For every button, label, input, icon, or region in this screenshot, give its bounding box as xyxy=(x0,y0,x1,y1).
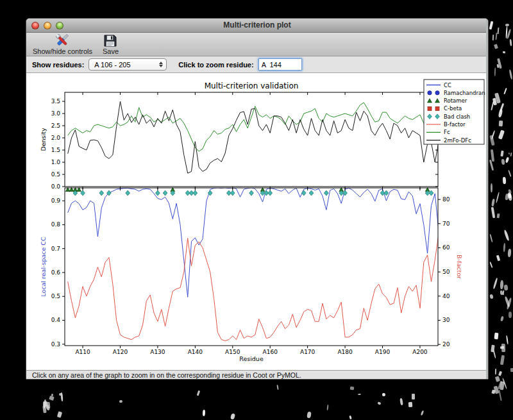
toolbar: Show/hide controls Save xyxy=(26,33,488,56)
svg-text:0.5: 0.5 xyxy=(51,293,60,299)
scan-artifact xyxy=(496,255,500,261)
scan-artifact xyxy=(49,396,55,401)
svg-text:A120: A120 xyxy=(113,349,128,355)
zoom-residue-input[interactable] xyxy=(258,58,302,71)
scan-artifact xyxy=(497,58,501,69)
scan-artifact xyxy=(496,33,498,40)
scan-artifact xyxy=(307,412,312,419)
minimize-button[interactable] xyxy=(44,22,51,29)
scan-artifact xyxy=(507,249,511,257)
svg-text:Bad clash: Bad clash xyxy=(444,113,470,120)
multi-criterion-figure[interactable]: A110A120A130A140A150A160A170A180A190A200… xyxy=(26,73,489,370)
svg-text:0.3: 0.3 xyxy=(51,341,60,348)
scan-artifact xyxy=(44,399,47,408)
svg-text:60: 60 xyxy=(442,244,450,251)
scan-artifact xyxy=(500,290,503,296)
plot-area: A110A120A130A140A150A160A170A180A190A200… xyxy=(26,73,488,370)
svg-text:2.5: 2.5 xyxy=(51,122,60,129)
scan-artifact xyxy=(510,153,512,156)
scan-artifact xyxy=(500,382,505,391)
svg-text:CC: CC xyxy=(444,82,451,88)
scan-artifact xyxy=(491,149,494,162)
scan-artifact xyxy=(489,135,494,146)
scan-artifact xyxy=(119,400,122,403)
svg-text:A130: A130 xyxy=(150,349,165,355)
scan-artifact xyxy=(505,193,509,199)
svg-text:0.5: 0.5 xyxy=(51,171,60,178)
scan-artifact xyxy=(408,402,412,408)
save-button[interactable]: Save xyxy=(103,33,119,55)
scan-artifact xyxy=(46,402,51,408)
scan-artifact xyxy=(399,398,403,405)
scan-artifact xyxy=(490,234,493,242)
svg-text:B-factor: B-factor xyxy=(456,255,463,279)
svg-text:0.7: 0.7 xyxy=(51,246,60,252)
zoom-residue-label: Click to zoom residue: xyxy=(178,61,253,69)
scan-artifact xyxy=(202,409,205,416)
svg-text:2mFo-DFc: 2mFo-DFc xyxy=(444,137,471,144)
scan-artifact xyxy=(505,157,510,164)
scan-artifact xyxy=(492,35,494,40)
svg-text:3.5: 3.5 xyxy=(51,98,60,105)
zoom-button[interactable] xyxy=(56,22,63,29)
scan-artifact xyxy=(510,368,513,372)
legend: CCRamachandranRotamerC-betaBad clashB-fa… xyxy=(424,80,485,144)
svg-text:A200: A200 xyxy=(412,349,428,355)
svg-text:30: 30 xyxy=(442,317,450,323)
svg-text:Density: Density xyxy=(40,128,47,151)
screen: { "window": { "title": "Multi-criterion … xyxy=(0,0,513,420)
scan-artifact xyxy=(504,285,509,290)
scan-artifact xyxy=(58,393,61,396)
scan-artifact xyxy=(498,109,502,118)
stepper-icon xyxy=(157,62,164,67)
scan-artifact xyxy=(412,394,414,399)
scan-artifact xyxy=(500,316,504,322)
svg-text:20: 20 xyxy=(442,341,450,348)
svg-text:Ramachandran: Ramachandran xyxy=(444,90,485,96)
scan-artifact xyxy=(510,39,513,46)
save-label: Save xyxy=(103,47,119,55)
titlebar[interactable]: Multi-criterion plot xyxy=(26,19,488,33)
scan-artifact xyxy=(505,24,510,27)
svg-text:0.9: 0.9 xyxy=(51,197,61,204)
scan-artifact xyxy=(496,214,500,219)
show-hide-controls-button[interactable]: Show/hide controls xyxy=(33,33,92,55)
svg-text:0.0: 0.0 xyxy=(51,183,61,190)
scan-artifact xyxy=(494,93,501,104)
scan-artifact xyxy=(497,63,500,68)
window-edge xyxy=(486,19,488,379)
scan-artifact xyxy=(501,344,505,352)
show-residues-label: Show residues: xyxy=(32,61,84,69)
svg-text:3.0: 3.0 xyxy=(51,110,61,117)
scan-artifact xyxy=(491,130,496,140)
floppy-icon xyxy=(104,33,117,47)
scan-artifact xyxy=(350,386,355,390)
svg-text:80: 80 xyxy=(442,196,450,203)
scan-artifact xyxy=(496,192,500,203)
scan-artifact xyxy=(500,355,505,365)
scan-artifact xyxy=(494,44,498,49)
close-button[interactable] xyxy=(31,22,39,29)
scan-artifact xyxy=(504,296,510,307)
scan-artifact xyxy=(491,198,495,206)
scan-artifact xyxy=(492,278,498,289)
scan-artifact xyxy=(493,349,496,358)
svg-text:Multi-criterion validation: Multi-criterion validation xyxy=(205,81,299,90)
scan-artifact xyxy=(509,312,512,318)
scan-artifact xyxy=(502,378,507,389)
scan-artifact xyxy=(491,207,494,218)
svg-text:40: 40 xyxy=(442,293,450,299)
scan-artifact xyxy=(276,384,278,389)
scan-artifact xyxy=(504,230,510,241)
svg-text:A140: A140 xyxy=(188,349,203,355)
scan-artifact xyxy=(493,385,499,394)
scan-artifact xyxy=(491,183,492,192)
scan-artifact xyxy=(491,345,494,352)
show-residues-select[interactable]: A 106 - 205 xyxy=(88,58,167,71)
scan-artifact xyxy=(490,262,493,268)
scan-artifact xyxy=(506,335,509,344)
scan-artifact xyxy=(358,394,361,396)
show-hide-controls-label: Show/hide controls xyxy=(33,47,92,55)
svg-text:A170: A170 xyxy=(300,349,315,355)
scan-artifact xyxy=(56,412,62,418)
